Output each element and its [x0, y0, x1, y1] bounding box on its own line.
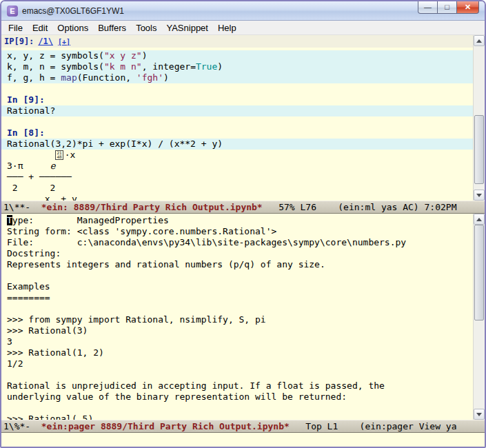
notebook-line[interactable]: Rational(3,2)*pi + exp(I*x) / (x**2 + y)	[1, 139, 473, 150]
notebook-line[interactable]: In [9]:	[1, 94, 473, 105]
menu-item-tools[interactable]: Tools	[131, 21, 161, 34]
scroll-up-button[interactable]	[474, 35, 485, 46]
pager-line[interactable]: >>> from sympy import Rational, nsimplif…	[1, 314, 473, 325]
text-run: >>> Rational(.5)	[7, 414, 93, 420]
window-title: emacs@TX0GLT6GF1YW1	[22, 6, 124, 16]
menu-item-edit[interactable]: Edit	[28, 21, 52, 34]
pager-line[interactable]: String form: <class 'sympy.core.numbers.…	[1, 226, 473, 237]
text-run: Represents integers and rational numbers…	[7, 259, 325, 269]
menu-bar: FileEditOptionsBuffersToolsYASnippetHelp	[1, 21, 485, 35]
close-button[interactable]: ✕	[456, 1, 479, 14]
pager-line[interactable]: 3	[1, 336, 473, 347]
arrow-up-icon	[476, 218, 482, 221]
window-controls: — □ ✕	[418, 1, 479, 14]
mode-line-pager[interactable]: 1\%*- *ein:pager 8889/Third Party Rich O…	[1, 420, 485, 433]
notebook-column: IP[9]: /1\ [+] x, y, z = symbols("x y z"…	[1, 35, 473, 201]
pager-line[interactable]: >>> Rational(3)	[1, 325, 473, 336]
text-run: x, y, z = symbols(	[7, 50, 104, 61]
text-run: String form: <class 'sympy.core.numbers.…	[7, 226, 276, 236]
pager-line[interactable]: >>> Rational(1, 2)	[1, 347, 473, 358]
text-run: *ein: 8889/Third Party Rich Output.ipynb…	[41, 202, 263, 212]
text-run: >>> Rational(3)	[7, 325, 88, 336]
text-run: f, g, h =	[7, 72, 61, 83]
notebook-line[interactable]: f, g, h = map(Function, 'fgh')	[1, 72, 473, 83]
notebook-line[interactable]: Rational?	[1, 105, 473, 116]
pager-line[interactable]	[1, 270, 473, 281]
notebook-scrollbar[interactable]	[473, 35, 485, 201]
text-run: ─── + ──────	[7, 172, 72, 182]
text-run: (Function,	[77, 72, 136, 83]
scroll-up-button[interactable]	[474, 214, 485, 225]
text-run: Examples	[7, 281, 50, 292]
text-run: >>> from sympy import Rational, nsimplif…	[7, 314, 266, 325]
scrollbar-track[interactable]	[474, 225, 485, 409]
pager-line[interactable]	[1, 403, 473, 414]
text-run: ========	[7, 292, 50, 303]
pager-line[interactable]: Rational is unprejudiced in accepting in…	[1, 380, 473, 391]
scrollbar-thumb[interactable]	[474, 225, 484, 320]
scroll-down-button[interactable]	[474, 409, 485, 420]
text-run: In [9]:	[7, 94, 45, 105]
mode-line-notebook[interactable]: 1\**- *ein: 8889/Third Party Rich Output…	[1, 201, 485, 214]
menu-item-yasnippet[interactable]: YASnippet	[161, 21, 212, 34]
pager-scrollbar[interactable]	[473, 214, 485, 420]
pager-line[interactable]: Examples	[1, 281, 473, 292]
notebook-line[interactable]	[1, 116, 473, 128]
new-worksheet-button[interactable]: [+]	[58, 38, 70, 45]
text-run: ·x	[65, 150, 76, 160]
notebook-buffer[interactable]: x, y, z = symbols("x y z")k, m, n = symb…	[1, 48, 473, 201]
menu-item-help[interactable]: Help	[213, 21, 241, 34]
pager-line[interactable]: >>> Rational(.5)	[1, 414, 473, 420]
arrow-down-icon	[476, 413, 482, 416]
notebook-line[interactable]: k, m, n = symbols("k m n", integer=True)	[1, 61, 473, 72]
menu-item-buffers[interactable]: Buffers	[93, 21, 131, 34]
pager-line[interactable]: Docstring:	[1, 248, 473, 259]
pager-line[interactable]: Represents integers and rational numbers…	[1, 259, 473, 270]
maximize-button[interactable]: □	[437, 1, 457, 14]
text-run: 'fgh'	[136, 72, 163, 83]
emacs-icon: E	[7, 6, 18, 17]
scroll-down-button[interactable]	[474, 190, 485, 201]
notebook-line[interactable]: 2148·x	[1, 150, 473, 161]
text-run: In [8]:	[7, 128, 45, 138]
notebook-line[interactable]: x, y, z = symbols("x y z")	[1, 50, 473, 61]
pager-line[interactable]	[1, 303, 473, 314]
pager-buffer[interactable]: Type: ManagedPropertiesString form: <cla…	[1, 214, 473, 420]
notebook-line[interactable]: 3·π e	[1, 161, 473, 172]
text-run: Rational(3,2)*pi + exp(I*x) / (x**2 + y)	[7, 139, 223, 149]
pager-line[interactable]: Type: ManagedProperties	[1, 215, 473, 226]
pager-line[interactable]: 1/2	[1, 358, 473, 369]
menu-item-file[interactable]: File	[3, 21, 28, 34]
pager-line[interactable]: underlying value of the binary represent…	[1, 391, 473, 403]
worksheet-tab[interactable]: /1\	[38, 37, 53, 46]
notebook-window: IP[9]: /1\ [+] x, y, z = symbols("x y z"…	[1, 35, 485, 201]
maximize-icon: □	[445, 3, 449, 11]
text-run: , integer=	[142, 61, 196, 72]
text-run: T	[7, 215, 12, 225]
text-run: Docstring:	[7, 248, 61, 258]
notebook-line[interactable]: In [8]:	[1, 128, 473, 139]
text-run: )	[217, 61, 223, 72]
pager-line[interactable]: ========	[1, 292, 473, 303]
scrollbar-thumb[interactable]	[474, 115, 484, 184]
emacs-window: E emacs@TX0GLT6GF1YW1 — □ ✕ FileEditOpti…	[0, 0, 486, 448]
text-run: "k m n"	[104, 61, 142, 72]
minibuffer[interactable]	[1, 433, 485, 447]
title-bar[interactable]: E emacs@TX0GLT6GF1YW1 — □ ✕	[1, 1, 485, 21]
pager-line[interactable]: File: c:\anaconda\envs\py34\lib\site-pac…	[1, 237, 473, 248]
missing-glyph-hexbox: 2148	[55, 150, 63, 160]
notebook-line[interactable]: x + y	[1, 194, 473, 201]
text-run: )	[142, 50, 148, 61]
notebook-line[interactable]: 2 2	[1, 183, 473, 194]
text-run: Top L1 (ein:pager View ya	[290, 421, 457, 431]
pager-window: Type: ManagedPropertiesString form: <cla…	[1, 214, 485, 420]
notebook-line[interactable]	[1, 83, 473, 94]
text-run: map	[61, 72, 77, 83]
menu-item-options[interactable]: Options	[52, 21, 93, 34]
text-run: *ein:pager 8889/Third Party Rich Output.…	[41, 421, 290, 431]
minimize-button[interactable]: —	[418, 1, 438, 14]
pager-line[interactable]	[1, 369, 473, 380]
scrollbar-track[interactable]	[474, 46, 485, 190]
notebook-line[interactable]: ─── + ──────	[1, 172, 473, 183]
text-run: Rational is unprejudiced in accepting in…	[7, 380, 385, 391]
